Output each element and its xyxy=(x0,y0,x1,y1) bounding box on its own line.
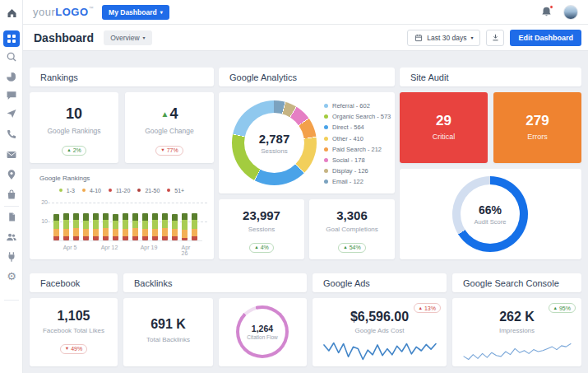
settings-gear-icon[interactable]: ⚙ xyxy=(5,269,18,282)
plug-icon[interactable] xyxy=(5,250,18,263)
legend-item: Display - 126 xyxy=(324,166,391,176)
stacked-bar xyxy=(172,214,178,240)
stacked-bar xyxy=(132,213,138,240)
search-console-section-header: Google Search Console xyxy=(452,273,581,292)
analytics-donut-card: 2,787 Sessions Referral - 602Organic Sea… xyxy=(219,92,395,193)
critical-count: 29 xyxy=(400,113,488,129)
logo-tm: ™ xyxy=(89,6,95,11)
document-icon[interactable] xyxy=(5,210,18,223)
logo-main: LOGO xyxy=(55,6,88,18)
overview-dropdown[interactable]: Overview ▾ xyxy=(104,30,151,45)
sidebar: ⚙ xyxy=(0,0,23,373)
gridline xyxy=(48,203,207,203)
location-icon[interactable] xyxy=(5,168,18,181)
date-range-label: Last 30 days xyxy=(427,34,466,42)
y-tick: 20 xyxy=(35,199,48,205)
google-change-stat-card: ▲4 Google Change ▼ 77% xyxy=(125,92,214,163)
stat-value: 691 K xyxy=(123,317,213,332)
stat-value: 23,997 xyxy=(219,208,304,222)
stat-label: Facebook Total Likes xyxy=(30,327,118,334)
errors-label: Errors xyxy=(493,133,581,141)
home-icon[interactable] xyxy=(5,6,18,19)
change-badge: ▲ 54% xyxy=(338,243,365,253)
sessions-label: Sessions xyxy=(261,147,287,155)
my-dashboard-button[interactable]: My Dashboard ▾ xyxy=(102,5,169,20)
google-rankings-stat-card: 10 Google Rankings ▲ 2% xyxy=(30,92,118,163)
section-title: Backlinks xyxy=(123,273,307,293)
stacked-bar xyxy=(192,213,197,240)
stat-label: Google Ads Cost xyxy=(313,327,447,334)
change-badge: ▲ 4% xyxy=(249,243,274,253)
ring-center-text: 1,264 Citation Flow xyxy=(236,305,289,358)
download-button[interactable] xyxy=(486,30,504,46)
stat-value: ▲4 xyxy=(125,105,214,123)
sessions-total: 2,787 xyxy=(259,132,290,146)
notifications-bell-icon[interactable] xyxy=(540,6,553,19)
gauge-center-text: 66% Audit Score xyxy=(452,176,528,252)
legend-item: Organic Search - 573 xyxy=(324,111,391,122)
audit-score-value: 66% xyxy=(479,203,502,217)
topbar: yourLOGO™ My Dashboard ▾ xyxy=(23,0,588,25)
legend-item: Social - 178 xyxy=(324,155,391,166)
chevron-down-icon: ▾ xyxy=(470,35,473,40)
citation-flow-ring: 1,264 Citation Flow xyxy=(236,305,289,358)
change-badge: ▲ 95% xyxy=(549,303,576,313)
x-tick: Apr 5 xyxy=(63,245,77,250)
impressions-sparkline xyxy=(462,342,572,361)
edit-dashboard-button[interactable]: Edit Dashboard xyxy=(510,30,581,46)
donut-center-text: 2,787 Sessions xyxy=(232,100,317,185)
y-tick: 10 xyxy=(35,218,48,224)
legend-item: 1-3 xyxy=(59,186,75,194)
mail-icon[interactable] xyxy=(5,148,18,161)
legend-item: Direct - 564 xyxy=(324,122,391,133)
notification-dot xyxy=(549,5,553,9)
x-tick: Apr 26 xyxy=(182,245,196,256)
pie-chart-icon[interactable] xyxy=(5,70,18,83)
shopping-bag-icon[interactable] xyxy=(5,188,18,201)
stacked-bar xyxy=(182,213,188,240)
critical-tile: 29 Critical xyxy=(400,92,488,163)
stat-label: Impressions xyxy=(452,327,581,334)
chart-title: Google Rankings xyxy=(39,175,90,182)
section-title: Google Ads xyxy=(313,273,447,293)
legend-item: Paid Search - 212 xyxy=(324,144,391,155)
overview-label: Overview xyxy=(110,34,139,42)
x-tick: Apr 12 xyxy=(101,245,118,250)
section-title: Rankings xyxy=(30,68,214,87)
stat-value: 10 xyxy=(30,105,118,123)
stacked-bar xyxy=(142,213,148,240)
section-title: Site Audit xyxy=(400,68,581,87)
google-ads-cost-card: ▲ 13% $6,596.00 Google Ads Cost xyxy=(313,298,447,366)
phone-icon[interactable] xyxy=(5,128,18,141)
citation-flow-card: 1,264 Citation Flow xyxy=(219,298,307,366)
download-icon xyxy=(491,33,500,42)
users-icon[interactable] xyxy=(5,231,18,244)
stat-label: Goal Completions xyxy=(309,226,395,233)
stat-label: Total Backlinks xyxy=(123,336,213,343)
total-backlinks-card: 691 K Total Backlinks xyxy=(123,298,213,366)
audit-score-label: Audit Score xyxy=(475,218,507,226)
google-rankings-chart-card: Google Rankings 1-34-1011-2021-5051+ 20 … xyxy=(30,169,214,259)
up-arrow-icon: ▲ xyxy=(161,110,169,119)
date-range-button[interactable]: Last 30 days ▾ xyxy=(407,30,480,46)
sidebar-item-dashboard[interactable] xyxy=(3,30,20,47)
send-icon[interactable] xyxy=(5,107,18,120)
audit-score-gauge: 66% Audit Score xyxy=(452,176,528,252)
chat-icon[interactable] xyxy=(5,89,18,102)
legend-item: 11-20 xyxy=(109,186,130,194)
legend-item: 21-50 xyxy=(137,186,160,194)
chevron-down-icon: ▾ xyxy=(143,35,146,40)
search-icon[interactable] xyxy=(5,50,18,63)
donut-legend: Referral - 602Organic Search - 573Direct… xyxy=(324,100,391,188)
stacked-bar xyxy=(113,214,118,240)
stacked-bar xyxy=(83,213,89,240)
stacked-bar xyxy=(103,213,109,240)
sessions-donut-chart: 2,787 Sessions xyxy=(232,100,317,185)
impressions-card: ▲ 95% 262 K Impressions xyxy=(452,298,581,366)
section-title: Google Search Console xyxy=(452,273,581,293)
user-avatar[interactable] xyxy=(563,5,578,20)
analytics-section-header: Google Analytics xyxy=(219,68,395,86)
ads-cost-sparkline xyxy=(322,341,438,361)
citation-flow-value: 1,264 xyxy=(252,324,273,333)
x-tick: Apr 19 xyxy=(141,245,158,250)
